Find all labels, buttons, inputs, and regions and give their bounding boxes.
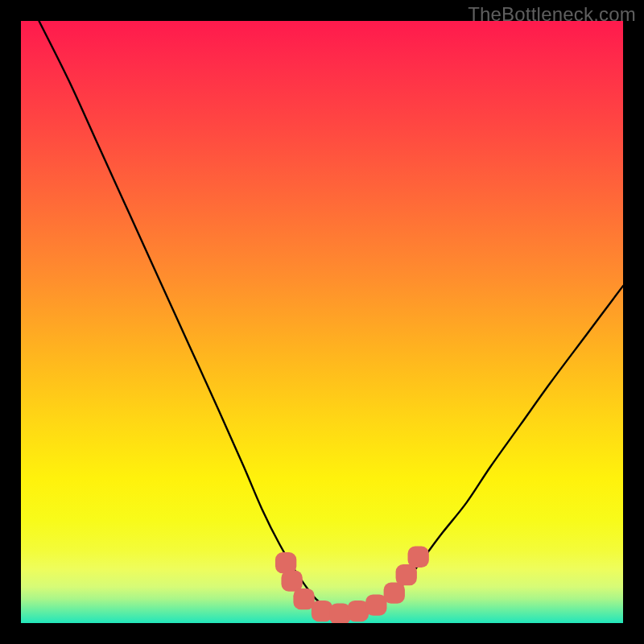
plot-area [21,21,623,623]
chart-frame: TheBottleneck.com [0,0,644,644]
watermark-text: TheBottleneck.com [468,3,636,26]
heat-gradient [21,21,623,623]
